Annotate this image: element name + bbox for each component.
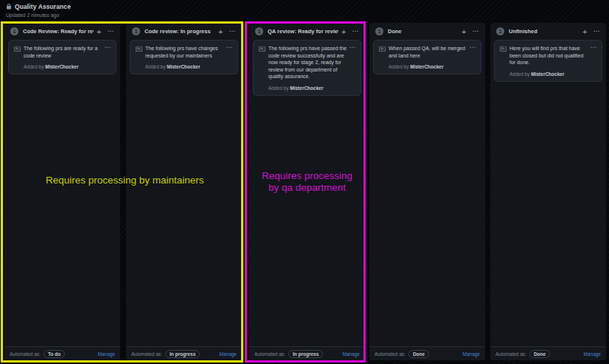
note-card[interactable]: ⋯ Here you will find prs that have been …	[494, 40, 602, 82]
card-added-by: Added by MisterChocker	[145, 64, 232, 69]
add-card-button plus-icon[interactable]: +	[341, 28, 346, 35]
note-card[interactable]: ⋯ The following prs are ready for a code…	[8, 40, 116, 74]
automation-preset-pill: Done	[408, 350, 429, 358]
board-column: 1 Code review: In progress + ⋯ ⋯ The fol…	[126, 23, 242, 360]
manage-link[interactable]: Manage	[98, 351, 116, 357]
column-menu-button kebab-icon[interactable]: ⋯	[594, 28, 601, 35]
column-automation-footer: Automated as: In progress Manage	[126, 346, 242, 360]
manage-link[interactable]: Manage	[220, 351, 237, 357]
automated-as-label: Automated as:	[375, 351, 406, 357]
automated-as-label: Automated as:	[10, 351, 41, 357]
board-column: 1 QA review: Ready for review + ⋯ ⋯ The …	[249, 23, 365, 360]
column-header: 1 QA review: Ready for review + ⋯	[249, 23, 365, 39]
page-title: Quality Assurance	[15, 3, 71, 10]
column-header: 1 Code review: In progress + ⋯	[126, 23, 242, 39]
column-title: Code review: In progress	[145, 28, 215, 35]
column-menu-button kebab-icon[interactable]: ⋯	[108, 28, 115, 35]
automation-preset-pill: In progress	[165, 350, 200, 358]
column-automation-footer: Automated as: To do Manage	[4, 346, 120, 360]
card-text: When passed QA, will be merged and land …	[389, 45, 476, 59]
note-card[interactable]: ⋯ The following prs have changes request…	[130, 40, 238, 74]
card-menu-button kebab-icon[interactable]: ⋯	[105, 43, 112, 51]
card-author: MisterChocker	[410, 64, 443, 69]
automated-as-label: Automated as:	[495, 351, 526, 357]
updated-timestamp: Updated 2 minutes ago	[6, 13, 71, 18]
card-author: MisterChocker	[45, 64, 78, 69]
column-header: 1 Done + ⋯	[369, 23, 485, 39]
card-added-by: Added by MisterChocker	[389, 64, 476, 69]
board-column: 1 Unfinished + ⋯ ⋯ Here you will find pr…	[490, 23, 606, 360]
card-menu-button kebab-icon[interactable]: ⋯	[470, 43, 477, 51]
column-menu-button kebab-icon[interactable]: ⋯	[229, 28, 237, 35]
card-menu-button kebab-icon[interactable]: ⋯	[591, 43, 598, 51]
note-card[interactable]: ⋯ When passed QA, will be merged and lan…	[373, 40, 481, 74]
column-header: 1 Code Review: Ready for review + ⋯	[4, 23, 120, 39]
card-added-by: Added by MisterChocker	[268, 85, 355, 91]
manage-link[interactable]: Manage	[463, 351, 481, 357]
note-icon	[259, 45, 268, 91]
note-icon	[379, 45, 389, 69]
card-text: The following prs are ready for a code r…	[24, 45, 111, 59]
column-title: Done	[388, 28, 459, 35]
add-card-button plus-icon[interactable]: +	[97, 28, 101, 35]
card-count-badge: 1	[375, 27, 383, 35]
card-added-by: Added by MisterChocker	[24, 64, 111, 69]
column-automation-footer: Automated as: Done Manage	[490, 346, 606, 360]
add-card-button plus-icon[interactable]: +	[218, 28, 223, 35]
lock-icon	[6, 4, 12, 10]
card-count-badge: 1	[10, 27, 18, 35]
board-column: 1 Done + ⋯ ⋯ When passed QA, will be mer…	[369, 23, 485, 360]
column-title: Code Review: Ready for review	[23, 28, 94, 35]
automation-preset-pill: Done	[529, 350, 550, 358]
automation-preset-pill: In progress	[288, 350, 323, 358]
column-menu-button kebab-icon[interactable]: ⋯	[473, 28, 480, 35]
card-added-by: Added by MisterChocker	[509, 71, 596, 77]
card-text: The following prs have passed the code r…	[268, 45, 355, 80]
card-text: Here you will find prs that have been cl…	[509, 45, 596, 66]
card-author: MisterChocker	[290, 85, 323, 91]
card-author: MisterChocker	[531, 71, 564, 77]
note-icon	[136, 45, 145, 69]
board-column: 1 Code Review: Ready for review + ⋯ ⋯ Th…	[4, 23, 120, 360]
manage-link[interactable]: Manage	[343, 351, 361, 357]
manage-link[interactable]: Manage	[584, 351, 602, 357]
card-menu-button kebab-icon[interactable]: ⋯	[226, 43, 234, 51]
add-card-button plus-icon[interactable]: +	[462, 28, 466, 35]
column-automation-footer: Automated as: Done Manage	[369, 346, 485, 360]
add-card-button plus-icon[interactable]: +	[582, 28, 587, 35]
card-text: The following prs have changes requested…	[145, 45, 232, 59]
card-count-badge: 1	[496, 27, 504, 35]
note-card[interactable]: ⋯ The following prs have passed the code…	[253, 40, 361, 96]
column-title: QA review: Ready for review	[268, 28, 338, 35]
note-icon	[14, 45, 24, 69]
board-header: Quality Assurance Updated 2 minutes ago	[6, 3, 71, 18]
automation-preset-pill: To do	[44, 350, 65, 358]
card-count-badge: 1	[255, 27, 263, 35]
automated-as-label: Automated as:	[131, 351, 162, 357]
column-title: Unfinished	[509, 28, 580, 35]
automated-as-label: Automated as:	[254, 351, 285, 357]
column-header: 1 Unfinished + ⋯	[490, 23, 606, 39]
note-icon	[500, 45, 509, 77]
column-automation-footer: Automated as: In progress Manage	[249, 346, 365, 360]
card-count-badge: 1	[132, 27, 140, 35]
column-menu-button kebab-icon[interactable]: ⋯	[352, 28, 360, 35]
card-author: MisterChocker	[167, 64, 200, 69]
card-menu-button kebab-icon[interactable]: ⋯	[349, 43, 357, 51]
